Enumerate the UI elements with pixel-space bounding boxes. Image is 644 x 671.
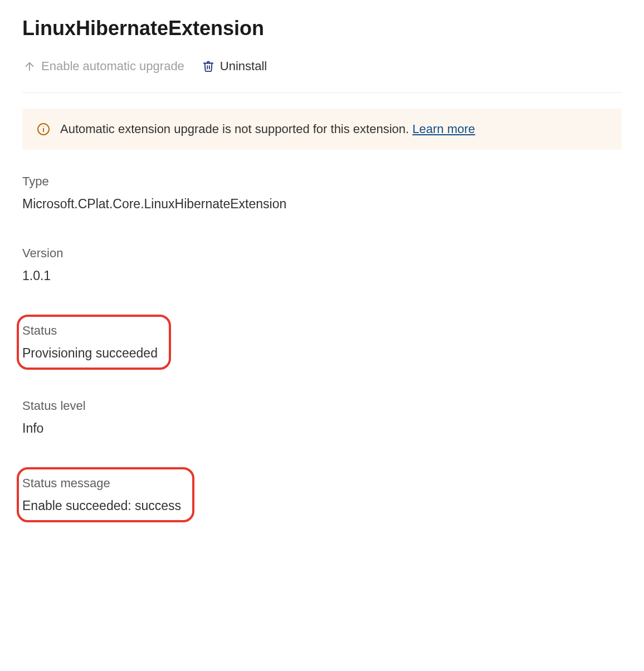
learn-more-link[interactable]: Learn more — [412, 122, 475, 136]
field-version-value: 1.0.1 — [22, 268, 622, 283]
page-title: LinuxHibernateExtension — [22, 17, 622, 40]
field-status-message-label: Status message — [22, 476, 181, 491]
enable-auto-upgrade-label: Enable automatic upgrade — [41, 59, 184, 74]
info-banner: Automatic extension upgrade is not suppo… — [22, 109, 622, 150]
trash-icon — [202, 60, 214, 72]
field-type: Type Microsoft.CPlat.Core.LinuxHibernate… — [22, 171, 622, 215]
field-status-level-label: Status level — [22, 399, 622, 413]
field-status-message-value: Enable succeeded: success — [22, 498, 181, 513]
highlight-status: Status Provisioning succeeded — [17, 315, 171, 370]
svg-point-5 — [43, 126, 44, 127]
field-type-value: Microsoft.CPlat.Core.LinuxHibernateExten… — [22, 197, 622, 212]
uninstall-button[interactable]: Uninstall — [201, 57, 268, 76]
field-version: Version 1.0.1 — [22, 243, 622, 287]
info-banner-message: Automatic extension upgrade is not suppo… — [60, 122, 412, 136]
field-status-level-value: Info — [22, 421, 622, 436]
field-version-label: Version — [22, 246, 622, 261]
field-status-value: Provisioning succeeded — [22, 346, 158, 361]
enable-auto-upgrade-button: Enable automatic upgrade — [22, 57, 186, 76]
field-status-label: Status — [22, 324, 158, 338]
toolbar: Enable automatic upgrade Uninstall — [22, 57, 622, 93]
field-status-level: Status level Info — [22, 395, 622, 439]
field-type-label: Type — [22, 174, 622, 189]
info-icon — [37, 123, 50, 136]
highlight-status-message: Status message Enable succeeded: success — [17, 467, 194, 522]
arrow-up-icon — [23, 60, 36, 72]
info-banner-text: Automatic extension upgrade is not suppo… — [60, 122, 475, 136]
uninstall-label: Uninstall — [220, 59, 267, 74]
